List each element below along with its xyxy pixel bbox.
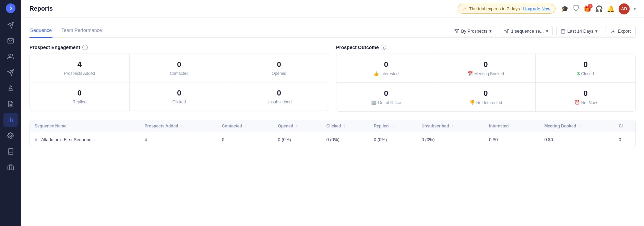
by-prospects-label: By Prospects (461, 29, 488, 34)
sidebar-item-tasks[interactable] (3, 97, 18, 111)
outcome-info-icon[interactable]: i (381, 45, 386, 50)
stat-label-closed: $ Closed (541, 71, 630, 76)
table-row: Alladdine's First Sequenc... 4 0 0 (0%) … (30, 132, 635, 147)
svg-marker-10 (455, 29, 459, 33)
avatar[interactable]: AD (619, 3, 630, 14)
chevron-down-icon[interactable]: ▾ (634, 7, 636, 11)
tabs-left: Sequence Team Performance (29, 25, 103, 37)
stat-label-replied: Replied (35, 100, 124, 104)
stat-value-meeting-booked: 0 (442, 60, 530, 69)
sidebar-item-contacts[interactable] (3, 49, 18, 64)
stat-label-opened: Opened (235, 71, 323, 76)
date-range-label: Last 14 Days (568, 29, 594, 34)
col-interested[interactable]: Interested ↑↓ (484, 120, 539, 132)
calendar-check-icon: 📅 (467, 71, 473, 76)
sort-icon-7: ↑↓ (511, 124, 515, 128)
stat-label-clicked: Clicked (135, 100, 224, 104)
sidebar-item-campaigns[interactable] (3, 18, 18, 32)
notification-badge: 1 (588, 4, 593, 9)
svg-rect-13 (561, 30, 565, 33)
sidebar-item-knowledge[interactable] (3, 144, 18, 159)
stat-out-of-office: 0 🏢 Out of Office (336, 83, 436, 111)
cell-unsubscribed: 0 (0%) (417, 132, 484, 147)
sidebar-item-hot-leads[interactable] (3, 81, 18, 95)
send-icon (504, 29, 509, 34)
warning-icon: ⚠ (463, 6, 467, 11)
dollar-icon: $ (577, 71, 580, 76)
stat-value-replied: 0 (35, 89, 124, 98)
stat-value-interested: 0 (342, 60, 430, 69)
stat-closed: 0 $ Closed (536, 54, 635, 83)
stat-value-prospects-added: 4 (35, 60, 124, 69)
stat-value-contacted: 0 (135, 60, 224, 69)
col-contacted[interactable]: Contacted ↑↓ (217, 120, 273, 132)
table-header-row: Sequence Name Prospects Added ↑↓ Contact… (30, 120, 635, 132)
cell-closed: 0 (614, 132, 635, 147)
outcome-stats-grid: 0 👍 Interested 0 📅 Meeting Booked (336, 54, 635, 111)
col-meeting-booked[interactable]: Meeting Booked ↑↓ (539, 120, 614, 132)
sidebar: ↓ (0, 0, 21, 226)
sequence-sel-label: 1 sequence se... (511, 29, 544, 34)
clock-icon: ⏰ (574, 100, 580, 105)
col-opened[interactable]: Opened ↑↓ (273, 120, 321, 132)
stat-value-closed: 0 (541, 60, 630, 69)
stat-label-not-now: ⏰ Not Now (541, 100, 630, 105)
stat-replied: 0 Replied (30, 82, 130, 111)
chevron-down-icon-3: ▾ (595, 29, 598, 34)
sidebar-toggle[interactable] (6, 3, 15, 13)
bell-icon[interactable]: 🔔 (607, 5, 615, 13)
stat-value-opened: 0 (235, 60, 323, 69)
col-closed[interactable]: Cl (614, 120, 635, 132)
stat-label-unsubscribed: Unsubscribed (235, 100, 323, 104)
export-button[interactable]: Export (606, 26, 636, 36)
stat-label-not-interested: 👎 Not Interested (442, 100, 530, 105)
col-prospects-added[interactable]: Prospects Added ↑↓ (140, 120, 217, 132)
tab-sequence[interactable]: Sequence (29, 25, 52, 38)
cell-replied: 0 (0%) (369, 132, 417, 147)
svg-point-8 (10, 135, 12, 137)
office-icon: 🏢 (371, 100, 377, 105)
stats-sections: Prospect Engagement i 4 Prospects Added … (29, 45, 636, 112)
date-range-filter[interactable]: Last 14 Days ▾ (556, 26, 603, 36)
upgrade-link[interactable]: Upgrade Now (523, 6, 551, 11)
stat-unsubscribed: 0 Unsubscribed (229, 82, 329, 111)
engagement-stats-grid: 4 Prospects Added 0 Contacted 0 Opened (30, 54, 329, 111)
trial-banner: ⚠ The trial expires in 7 days. Upgrade N… (458, 4, 556, 14)
chevron-down-icon-2: ▾ (546, 29, 548, 34)
sidebar-item-settings[interactable] (3, 128, 18, 143)
col-sequence-name[interactable]: Sequence Name (30, 120, 140, 132)
filter-icon (454, 29, 459, 34)
stat-label-meeting-booked: 📅 Meeting Booked (442, 71, 530, 76)
trial-text: The trial expires in 7 days. (469, 6, 521, 11)
shield-icon[interactable] (573, 4, 580, 13)
sidebar-item-reports[interactable]: ↓ (3, 113, 18, 127)
outcome-stats-card: 0 👍 Interested 0 📅 Meeting Booked (336, 54, 636, 112)
topbar-icons: 🎓 🎁 1 🎧 🔔 AD ▾ (561, 3, 636, 14)
chevron-down-icon: ▾ (489, 29, 492, 34)
cell-prospects-added: 4 (140, 132, 217, 147)
cell-meeting-booked: 0 $0 (539, 132, 614, 147)
prospect-outcome-section: Prospect Outcome i 0 👍 Interested (336, 45, 636, 112)
gift-icon[interactable]: 🎁 1 (584, 5, 591, 13)
svg-point-0 (9, 54, 11, 57)
topbar: Reports ⚠ The trial expires in 7 days. U… (21, 0, 644, 18)
headset-icon[interactable]: 🎧 (595, 5, 603, 13)
sidebar-item-integrations[interactable] (3, 160, 18, 174)
stat-label-contacted: Contacted (135, 71, 224, 76)
sidebar-item-sequences[interactable] (3, 65, 18, 80)
stat-value-unsubscribed: 0 (235, 89, 323, 98)
col-unsubscribed[interactable]: Unsubscribed ↑↓ (417, 120, 484, 132)
engagement-info-icon[interactable]: i (82, 45, 88, 50)
topbar-right: ⚠ The trial expires in 7 days. Upgrade N… (458, 3, 636, 14)
by-prospects-filter[interactable]: By Prospects ▾ (450, 26, 497, 36)
sequence-select-filter[interactable]: 1 sequence se... ▾ (500, 26, 552, 36)
col-replied[interactable]: Replied ↑↓ (369, 120, 417, 132)
tab-team-performance[interactable]: Team Performance (61, 25, 103, 38)
col-clicked[interactable]: Clicked ↑↓ (322, 120, 369, 132)
stat-meeting-booked: 0 📅 Meeting Booked (436, 54, 536, 83)
content-area: Sequence Team Performance By Prospects ▾… (21, 18, 644, 226)
page-title: Reports (29, 5, 53, 12)
sort-icon: ↑↓ (181, 124, 184, 128)
sidebar-item-inbox[interactable] (3, 34, 18, 48)
graduation-icon[interactable]: 🎓 (561, 5, 569, 13)
